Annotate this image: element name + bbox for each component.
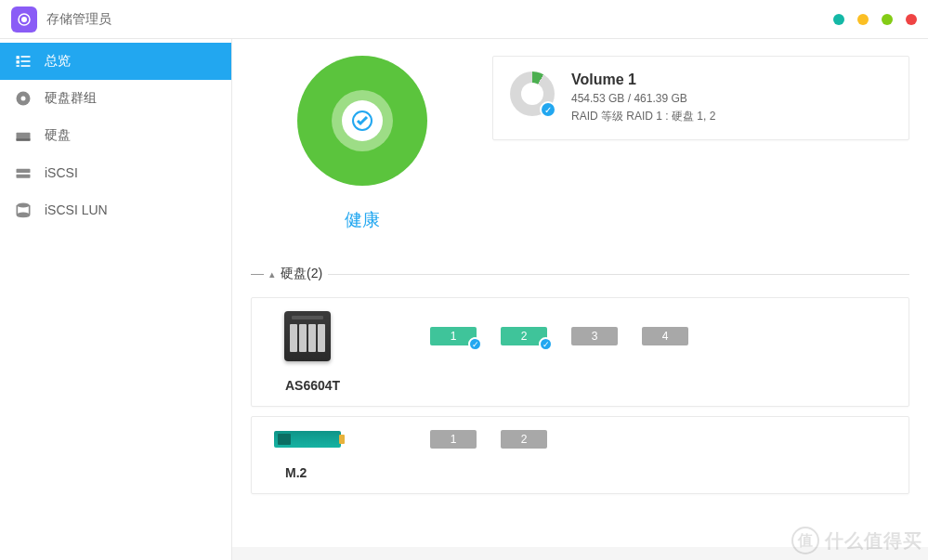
disk-bay[interactable]: 2✓ bbox=[501, 327, 547, 345]
content-area: 健康 ✓ Volume 1 454.53 GB / 461.39 GB RAID… bbox=[232, 39, 928, 560]
svg-rect-11 bbox=[17, 138, 31, 141]
disks-section-title: 硬盘(2) bbox=[281, 266, 322, 282]
disk-group-icon bbox=[13, 88, 33, 109]
sidebar-item-label: 硬盘 bbox=[45, 127, 71, 144]
sidebar: 总览 硬盘群组 硬盘 iSCSI iSCSI LUN bbox=[0, 39, 232, 560]
window-close-dot[interactable] bbox=[906, 14, 917, 25]
sidebar-item-iscsi-lun[interactable]: iSCSI LUN bbox=[0, 191, 231, 228]
check-icon: ✓ bbox=[539, 337, 553, 351]
health-status-circle bbox=[297, 56, 427, 186]
disk-bay[interactable]: 1 bbox=[430, 430, 477, 449]
sidebar-item-overview[interactable]: 总览 bbox=[0, 43, 231, 80]
check-icon: ✓ bbox=[540, 101, 556, 118]
svg-rect-3 bbox=[17, 60, 20, 63]
iscsi-icon bbox=[13, 163, 33, 183]
window-minimize-dot[interactable] bbox=[857, 14, 869, 25]
svg-rect-4 bbox=[21, 56, 31, 58]
window-maximize-dot[interactable] bbox=[882, 14, 893, 25]
sidebar-item-label: 总览 bbox=[45, 53, 71, 70]
volume-name: Volume 1 bbox=[571, 72, 715, 88]
device-name: AS6604T bbox=[285, 378, 886, 393]
sidebar-item-iscsi[interactable]: iSCSI bbox=[0, 154, 231, 191]
volume-card[interactable]: ✓ Volume 1 454.53 GB / 461.39 GB RAID 等级… bbox=[492, 56, 909, 140]
svg-point-15 bbox=[17, 213, 29, 217]
svg-point-9 bbox=[21, 97, 26, 101]
svg-rect-5 bbox=[21, 60, 31, 62]
footer-strip bbox=[232, 547, 928, 560]
disk-bay[interactable]: 1✓ bbox=[430, 327, 477, 345]
sidebar-item-label: iSCSI bbox=[45, 165, 78, 180]
volume-capacity: 454.53 GB / 461.39 GB bbox=[571, 92, 715, 105]
check-icon: ✓ bbox=[468, 337, 482, 351]
device-card[interactable]: 1 2 M.2 bbox=[251, 416, 909, 494]
volume-raid: RAID 等级 RAID 1 : 硬盘 1, 2 bbox=[571, 109, 715, 124]
bay-list: 1 2 bbox=[430, 430, 547, 449]
app-title: 存储管理员 bbox=[46, 11, 111, 28]
chevron-up-icon: ▴ bbox=[269, 268, 275, 280]
disks-icon bbox=[13, 125, 33, 146]
health-label: 健康 bbox=[251, 208, 474, 232]
sidebar-item-disk-group[interactable]: 硬盘群组 bbox=[0, 80, 231, 117]
svg-point-14 bbox=[17, 203, 29, 208]
disk-bay[interactable]: 3 bbox=[571, 327, 618, 345]
svg-rect-12 bbox=[17, 169, 31, 173]
disk-bay[interactable]: 2 bbox=[501, 430, 547, 449]
nas-device-image bbox=[274, 311, 341, 361]
svg-point-1 bbox=[22, 17, 27, 21]
sidebar-item-label: iSCSI LUN bbox=[45, 202, 108, 217]
svg-rect-7 bbox=[21, 65, 31, 67]
health-block: 健康 bbox=[251, 56, 474, 232]
m2-device-image bbox=[274, 431, 341, 448]
device-name: M.2 bbox=[285, 465, 886, 480]
collapse-dash-icon bbox=[251, 274, 264, 275]
volume-usage-donut: ✓ bbox=[510, 72, 555, 116]
sidebar-item-label: 硬盘群组 bbox=[45, 90, 97, 107]
sidebar-item-disks[interactable]: 硬盘 bbox=[0, 117, 231, 154]
check-icon bbox=[351, 110, 373, 132]
svg-rect-6 bbox=[17, 65, 20, 67]
iscsi-lun-icon bbox=[13, 200, 33, 220]
bay-list: 1✓ 2✓ 3 4 bbox=[430, 327, 688, 345]
title-bar: 存储管理员 bbox=[0, 0, 928, 39]
window-controls bbox=[833, 14, 917, 25]
app-icon bbox=[11, 7, 37, 33]
disks-section-header[interactable]: ▴ 硬盘(2) bbox=[232, 260, 928, 288]
svg-rect-13 bbox=[17, 175, 31, 178]
overview-icon bbox=[13, 51, 33, 72]
device-card[interactable]: 1✓ 2✓ 3 4 AS6604T bbox=[251, 297, 909, 407]
svg-rect-2 bbox=[17, 56, 20, 59]
window-help-dot[interactable] bbox=[833, 14, 844, 25]
disk-bay[interactable]: 4 bbox=[642, 327, 688, 345]
